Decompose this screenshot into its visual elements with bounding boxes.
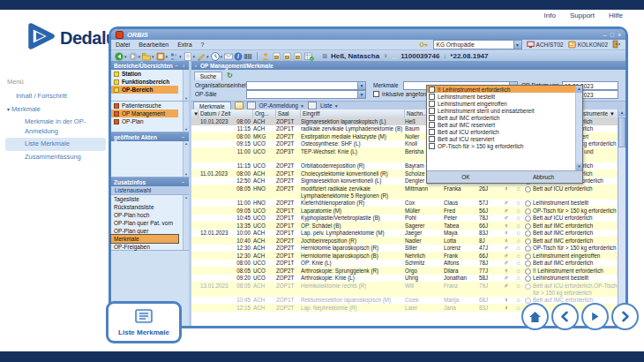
workplace-badge[interactable]: ACH/ST02: [527, 41, 564, 49]
table-row[interactable]: 13:35UCOZOP1TOP: Schädel (B)SagererTabea…: [191, 222, 618, 230]
table-row[interactable]: 10:45UCOZOP1TKyphoplastie/Vertebroplasti…: [191, 215, 618, 222]
scroll-up-icon[interactable]: ▲: [618, 109, 625, 117]
chevron-down-icon[interactable]: ▾: [139, 54, 141, 59]
column-header--[interactable]: ▼: [191, 109, 198, 117]
panel-item-station[interactable]: Station: [111, 70, 178, 78]
table-row[interactable]: 12:30ACHZOP2THerniotomie laparoskopisch …: [191, 245, 618, 253]
org-unit-combo[interactable]: KG Orthopädie ▼: [433, 40, 522, 49]
menu-item-bearbeiten[interactable]: Bearbeiten: [139, 41, 168, 48]
scroll-thumb[interactable]: [618, 117, 625, 147]
chevron-down-icon[interactable]: ▼: [357, 91, 365, 98]
radio-icon[interactable]: [525, 186, 531, 192]
dropdown-item[interactable]: Bett auf ICU erforderlich: [427, 128, 575, 135]
maximize-icon[interactable]: □: [610, 32, 614, 38]
form-icon[interactable]: [247, 102, 256, 109]
folder-icon[interactable]: [235, 102, 243, 109]
play-button[interactable]: [581, 303, 609, 330]
chevron-down-icon[interactable]: ▾: [124, 54, 127, 59]
dropdown-item[interactable]: OP-Tisch für > 150 kg erforderlich: [427, 142, 575, 149]
chevron-down-icon[interactable]: ▼: [357, 82, 365, 89]
scrollbar[interactable]: ▲▼: [183, 141, 189, 177]
checkbox-icon[interactable]: [429, 108, 435, 114]
dropdown-item[interactable]: Leihinstrument steril und einsatzbereit: [427, 107, 575, 114]
dropdown-item[interactable]: !! Leihinstrument erforderlich: [427, 86, 575, 93]
column-header-eingriff[interactable]: Eingriff: [301, 109, 405, 117]
table-row[interactable]: 12.01.202310:00ACHZOP1TLap. pelv. Lympha…: [191, 230, 618, 238]
radio-icon[interactable]: [525, 223, 531, 230]
menu-item-datei[interactable]: Datei: [116, 41, 130, 48]
panel-item-funktionsbereich[interactable]: Funktionsbereich: [111, 78, 178, 86]
radio-icon[interactable]: [525, 230, 531, 237]
dropdown-item[interactable]: Bett auf IMC reserviert: [427, 121, 575, 128]
table-row[interactable]: 11:00HNOZOP2TKieferhöhlenoperation (R)Co…: [191, 200, 618, 207]
panel-item-merkmale[interactable]: Merkmale: [111, 235, 178, 243]
checkbox-icon[interactable]: [373, 91, 379, 97]
chevron-down-icon[interactable]: ▾: [152, 54, 154, 59]
scrollbar[interactable]: ▼: [183, 102, 189, 132]
radio-icon[interactable]: [525, 253, 531, 260]
home-button[interactable]: [521, 303, 549, 330]
checkbox-icon[interactable]: [429, 143, 435, 149]
table-row[interactable]: 13.01.202308:05ACHZOP1THemikolektomie re…: [191, 282, 618, 297]
dropdown-item[interactable]: Bett auf IMC erforderlich: [427, 114, 575, 121]
chevron-down-icon[interactable]: ▾: [206, 54, 209, 59]
op-anmeldung-button[interactable]: OP-Anmeldung▼: [259, 102, 304, 109]
sidebar-item-merkmale-in-der-op-anmeldung[interactable]: Merkmale in der OP-Anmeldung: [5, 116, 106, 138]
chevron-down-icon[interactable]: ▾: [166, 54, 168, 59]
table-row[interactable]: 10:40ACHZOP2TJochbeinreposition (R)Nadle…: [191, 237, 618, 245]
panel-item-op-plan-quer[interactable]: OP-Plan quer: [111, 227, 178, 235]
user-badge[interactable]: KOLKON02: [568, 41, 608, 49]
chevron-down-icon[interactable]: ▾: [221, 54, 223, 59]
collapse-icons[interactable]: – ‹: [176, 63, 186, 68]
minimize-icon[interactable]: –: [603, 32, 607, 38]
liste-button[interactable]: Liste▼: [320, 102, 339, 109]
help-link-hilfe[interactable]: Hilfe: [609, 11, 623, 19]
printer-icon[interactable]: [308, 102, 317, 109]
collapse-icon[interactable]: ‹: [195, 63, 197, 68]
checkbox-icon[interactable]: [429, 122, 435, 128]
checkbox-icon[interactable]: [429, 115, 435, 121]
expander-icon[interactable]: ▾: [7, 107, 10, 112]
dropdown-item[interactable]: Bett auf ICU reserviert: [427, 135, 575, 142]
scroll-up-icon[interactable]: ▲: [576, 86, 582, 93]
scrollbar[interactable]: ▲: [183, 195, 189, 250]
inklusive-checkbox[interactable]: inklusive angeford: [373, 91, 428, 97]
radio-icon[interactable]: [525, 275, 531, 282]
panel-item-r-ckstandsliste[interactable]: Rückstandsliste: [111, 203, 178, 211]
tab-suche[interactable]: Suche: [194, 72, 222, 80]
ok-button[interactable]: OK: [427, 171, 505, 183]
prev-button[interactable]: [551, 303, 579, 330]
checkbox-icon[interactable]: [429, 87, 435, 93]
sidebar-item-inhalt-fortschritt[interactable]: Inhalt / Fortschritt: [5, 90, 106, 103]
logout-door-icon[interactable]: [612, 40, 621, 49]
next-button[interactable]: [611, 303, 639, 330]
menu-item-extra[interactable]: Extra: [177, 41, 191, 48]
scroll-down-icon[interactable]: ▼: [576, 163, 582, 170]
cancel-button[interactable]: Abbruch: [505, 171, 582, 183]
dropdown-item[interactable]: Leihinstrument eingetroffen: [427, 100, 575, 107]
panel-item-op-management[interactable]: OP Management: [111, 109, 178, 117]
panel-item-tagesliste[interactable]: Tagesliste: [111, 195, 178, 203]
menu-item-help[interactable]: ?: [201, 41, 205, 48]
checkbox-icon[interactable]: [429, 101, 435, 107]
column-header-saal[interactable]: Saal: [276, 109, 301, 117]
radio-icon[interactable]: [525, 215, 531, 222]
radio-icon[interactable]: [525, 283, 531, 290]
table-scrollbar[interactable]: ▲ ▼: [618, 109, 625, 326]
scrollbar[interactable]: ▼: [183, 70, 189, 101]
tab-merkmale[interactable]: Merkmale: [193, 102, 231, 109]
collapse-icon[interactable]: –: [182, 179, 186, 185]
radio-icon[interactable]: [525, 238, 531, 245]
table-row[interactable]: 12:30ACHZOP1THerniotomie laparoskopisch …: [191, 252, 618, 260]
chevron-down-icon[interactable]: ▾: [193, 54, 196, 59]
radio-icon[interactable]: [525, 268, 531, 275]
table-row[interactable]: 09:20UCOZOP2TArthroskopie: Knie (L)Uhrig…: [191, 275, 618, 283]
table-row[interactable]: 08:05HNOZOP2Tmodifiziert radikale zervik…: [191, 185, 618, 200]
sidebar-item-zusammenfassung[interactable]: Zusammenfassung: [5, 151, 106, 164]
panel-item-op-bereich[interactable]: OP-Bereich: [111, 86, 178, 94]
close-icon[interactable]: ×: [618, 32, 621, 38]
radio-icon[interactable]: [525, 208, 531, 215]
chevron-down-icon[interactable]: ▾: [179, 54, 182, 59]
table-row[interactable]: 08:00UCOZOP1TOP: Knie (L)SchmitzAlfons78…: [191, 260, 618, 268]
table-row[interactable]: 08:05UCOZOP2TArthroskopie: Sprunggelenk …: [191, 267, 618, 275]
